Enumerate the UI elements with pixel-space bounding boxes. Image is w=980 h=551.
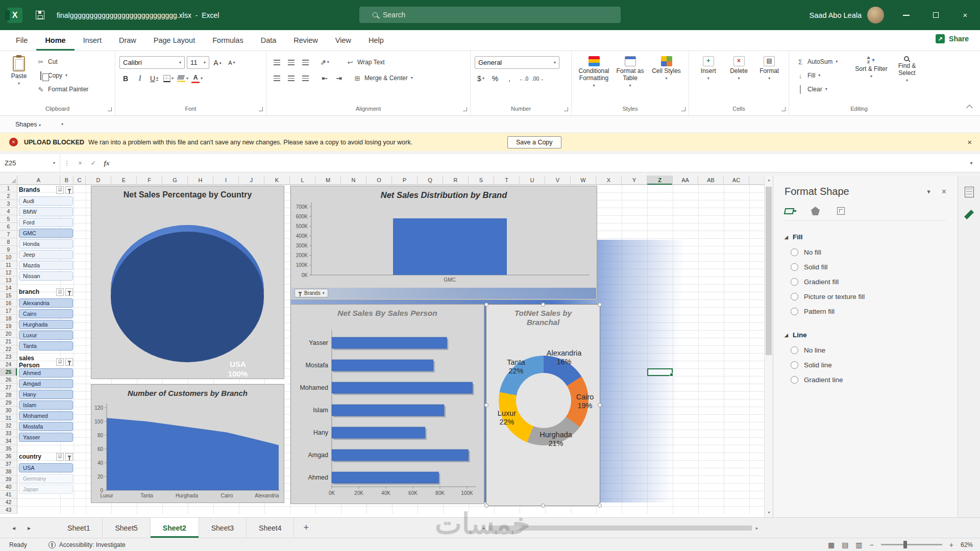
user-name[interactable]: Saad Abo Leala — [810, 0, 862, 30]
column-header-y[interactable]: Y — [622, 176, 647, 185]
format-as-table-button[interactable]: Format as Table▾ — [612, 55, 648, 104]
prev-sheet-icon[interactable]: ◂ — [12, 524, 15, 532]
format-cells-button[interactable]: ▤Format▾ — [754, 55, 785, 104]
align-left-button[interactable] — [271, 72, 283, 84]
fill-section-header[interactable]: ◢Fill — [785, 233, 946, 241]
underline-button[interactable]: U▾ — [148, 72, 160, 85]
column-header-u[interactable]: U — [520, 176, 545, 185]
ribbon-tab-file[interactable]: File — [7, 30, 36, 51]
merge-center-button[interactable]: ⊞Merge & Center▾ — [353, 72, 413, 84]
save-a-copy-button[interactable]: Save a Copy — [507, 136, 561, 148]
orientation-button[interactable]: ⇗▾ — [318, 56, 331, 68]
shrink-font-button[interactable]: A▾ — [226, 57, 238, 69]
slicer-item-alexandria[interactable]: Alexandria — [19, 298, 73, 308]
ribbon-tab-home[interactable]: Home — [36, 30, 74, 51]
selection-handle[interactable] — [541, 303, 545, 307]
slicer-item-cairo[interactable]: Cairo — [19, 309, 73, 318]
fill-option-gradient-fill[interactable]: Gradient fill — [791, 274, 946, 289]
chart-number-of-customers-by-branch[interactable]: 120100806040200LuxurTantaHurghadaCairoAl… — [91, 384, 284, 503]
ribbon-tab-data[interactable]: Data — [252, 30, 285, 51]
column-header-t[interactable]: T — [494, 176, 520, 185]
banner-close-icon[interactable]: × — [967, 138, 972, 146]
ribbon-tab-page-layout[interactable]: Page Layout — [145, 30, 204, 51]
chart-title[interactable]: TotNet Sales by Branchal — [505, 309, 581, 327]
multi-select-icon[interactable]: ☑ — [56, 358, 64, 366]
delete-cells-button[interactable]: ×Delete▾ — [724, 55, 754, 104]
ribbon-tab-draw[interactable]: Draw — [110, 30, 145, 51]
ribbon-tab-formulas[interactable]: Formulas — [204, 30, 252, 51]
column-header-p[interactable]: P — [392, 176, 418, 185]
slicer-item-gmc[interactable]: GMC — [19, 229, 73, 238]
row-header-5[interactable]: 5 — [0, 215, 17, 223]
cancel-entry-icon[interactable]: × — [74, 159, 87, 167]
chart-canvas[interactable]: 700K600K500K400K300K200K100K0KGMC — [291, 186, 597, 299]
slicer-item-honda[interactable]: Honda — [19, 239, 73, 248]
row-header-21[interactable]: 21 — [0, 338, 17, 345]
column-header-i[interactable]: I — [213, 176, 239, 185]
slicer-item-luxur[interactable]: Luxur — [19, 331, 73, 340]
increase-decimal-button[interactable]: ←.0 — [518, 72, 530, 85]
copy-button[interactable]: Copy▾ — [37, 70, 88, 81]
row-header-29[interactable]: 29 — [0, 399, 17, 407]
multi-select-icon[interactable]: ☑ — [56, 288, 64, 296]
row-header-19[interactable]: 19 — [0, 322, 17, 330]
borders-button[interactable]: ▾ — [162, 72, 175, 85]
fill-color-button[interactable]: ▾ — [177, 72, 189, 85]
scrollbar-thumb[interactable] — [488, 525, 752, 531]
font-dialog-launcher[interactable] — [259, 107, 263, 111]
grow-font-button[interactable]: A▴ — [211, 57, 224, 69]
share-button[interactable]: ↗ Share — [936, 34, 969, 43]
row-header-42[interactable]: 42 — [0, 498, 17, 506]
slicer-item-tanta[interactable]: Tanta — [19, 341, 73, 350]
normal-view-icon[interactable]: ▦ — [828, 541, 835, 549]
slicer-item-nissan[interactable]: Nissan — [19, 271, 73, 281]
align-top-button[interactable] — [271, 56, 283, 68]
zoom-slider[interactable] — [881, 544, 942, 545]
clear-filter-icon[interactable] — [65, 186, 73, 194]
alignment-dialog-launcher[interactable] — [463, 107, 467, 111]
format-pane-icon[interactable] — [964, 210, 974, 219]
fill-line-tab-icon[interactable] — [784, 208, 795, 214]
row-header-35[interactable]: 35 — [0, 445, 17, 453]
scroll-down-icon[interactable]: ▾ — [765, 508, 773, 517]
row-header-30[interactable]: 30 — [0, 407, 17, 414]
chart-canvas[interactable]: 120100806040200LuxurTantaHurghadaCairoAl… — [91, 385, 284, 503]
cell-styles-button[interactable]: Cell Styles▾ — [648, 55, 684, 104]
fill-option-picture-or-texture-fill[interactable]: Picture or texture fill — [791, 289, 946, 304]
chart-filter-button-brands[interactable]: Brands ▾ — [295, 289, 328, 297]
cut-button[interactable]: ✂Cut — [37, 56, 88, 67]
chart-title[interactable]: Net Sales By Sales Person — [291, 309, 484, 318]
bar-gmc[interactable] — [393, 218, 507, 275]
row-header-20[interactable]: 20 — [0, 330, 17, 338]
sheet-tab-sheet5[interactable]: Sheet5 — [103, 518, 150, 538]
scroll-right-icon[interactable]: ▸ — [753, 525, 761, 531]
row-header-28[interactable]: 28 — [0, 391, 17, 399]
autosum-button[interactable]: ΣAutoSum▾ — [796, 56, 853, 67]
chart-title[interactable]: Number of Customers by Branch — [91, 389, 284, 397]
formula-bar-splitter[interactable]: ⋮ — [60, 159, 74, 167]
search-input[interactable]: Search — [359, 7, 621, 23]
row-header-12[interactable]: 12 — [0, 269, 17, 277]
sheet-tab-sheet1[interactable]: Sheet1 — [55, 518, 103, 538]
fill-button[interactable]: ↓Fill▾ — [796, 70, 853, 81]
column-header-c[interactable]: C — [74, 176, 86, 185]
shapes-bar-chevron[interactable]: ▾ — [61, 122, 63, 127]
find-select-button[interactable]: Find & Select▾ — [889, 55, 925, 104]
row-header-38[interactable]: 38 — [0, 468, 17, 475]
ribbon-tab-review[interactable]: Review — [285, 30, 327, 51]
column-header-g[interactable]: G — [162, 176, 188, 185]
pane-close-icon[interactable]: × — [942, 187, 946, 196]
row-header-17[interactable]: 17 — [0, 307, 17, 315]
slicer-item-audi[interactable]: Audi — [19, 196, 73, 206]
insert-function-button[interactable]: fx — [100, 159, 113, 167]
row-header-31[interactable]: 31 — [0, 414, 17, 422]
conditional-formatting-button[interactable]: Conditional Formatting▾ — [576, 55, 612, 104]
column-header-s[interactable]: S — [469, 176, 494, 185]
page-layout-view-icon[interactable]: ▤ — [842, 541, 848, 549]
row-header-25[interactable]: 25 — [0, 368, 17, 376]
excel-app-icon[interactable]: X — [7, 8, 22, 23]
bold-button[interactable]: B — [119, 72, 132, 85]
slicer-item-amgad[interactable]: Amgad — [19, 379, 73, 388]
format-painter-button[interactable]: ✎Format Painter — [37, 84, 88, 95]
selection-handle[interactable] — [598, 504, 602, 508]
